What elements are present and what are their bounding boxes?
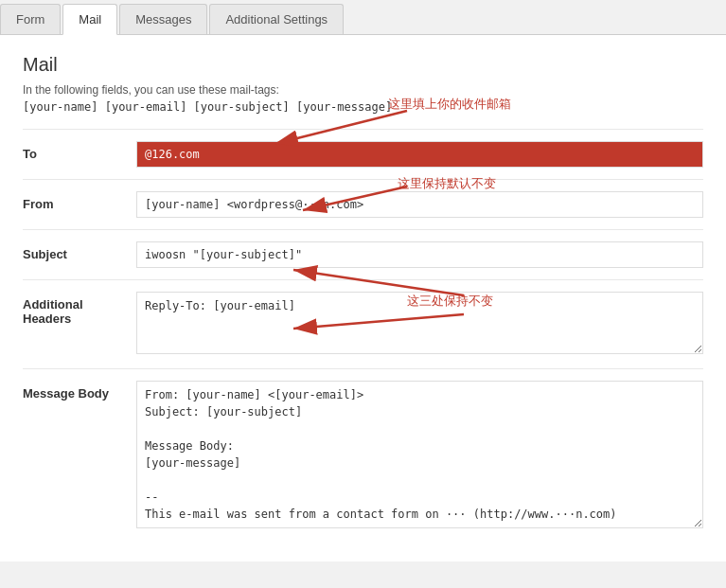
to-field-wrapper [136, 141, 703, 168]
tab-bar: Form Mail Messages Additional Settings [0, 0, 726, 35]
from-input[interactable] [136, 191, 703, 218]
main-content: 这里填上你的收件邮箱 这里保持默认不变 这三处保持不变 Mail In the … [0, 35, 726, 561]
mail-tags-desc: In the following fields, you can use the… [23, 83, 703, 97]
message-body-textarea[interactable]: From: [your-name] <[your-email]> Subject… [136, 381, 703, 528]
page-title: Mail [23, 54, 703, 76]
field-row-message-body: Message Body From: [your-name] <[your-em… [23, 368, 703, 543]
annotation-to: 这里填上你的收件邮箱 [388, 96, 511, 113]
field-row-from: From [23, 179, 703, 229]
field-row-to: To [23, 129, 703, 179]
annotation-headers: 这三处保持不变 [407, 293, 493, 310]
to-label: To [23, 141, 136, 161]
mail-tags-list: [your-name] [your-email] [your-subject] … [23, 100, 703, 114]
subject-field-wrapper [136, 241, 703, 268]
subject-label: Subject [23, 241, 136, 261]
message-body-field-wrapper: From: [your-name] <[your-email]> Subject… [136, 381, 703, 531]
tab-mail[interactable]: Mail [62, 4, 117, 35]
field-row-additional-headers: Additional Headers Reply-To: [your-email… [23, 279, 703, 368]
subject-input[interactable] [136, 241, 703, 268]
from-label: From [23, 191, 136, 211]
to-input[interactable] [136, 141, 703, 168]
from-field-wrapper [136, 191, 703, 218]
annotation-from: 这里保持默认不变 [398, 175, 496, 192]
tab-form[interactable]: Form [0, 4, 61, 34]
tab-additional-settings[interactable]: Additional Settings [209, 4, 344, 34]
tab-messages[interactable]: Messages [119, 4, 207, 34]
message-body-label: Message Body [23, 381, 136, 401]
field-row-subject: Subject [23, 229, 703, 279]
additional-headers-label: Additional Headers [23, 292, 136, 326]
